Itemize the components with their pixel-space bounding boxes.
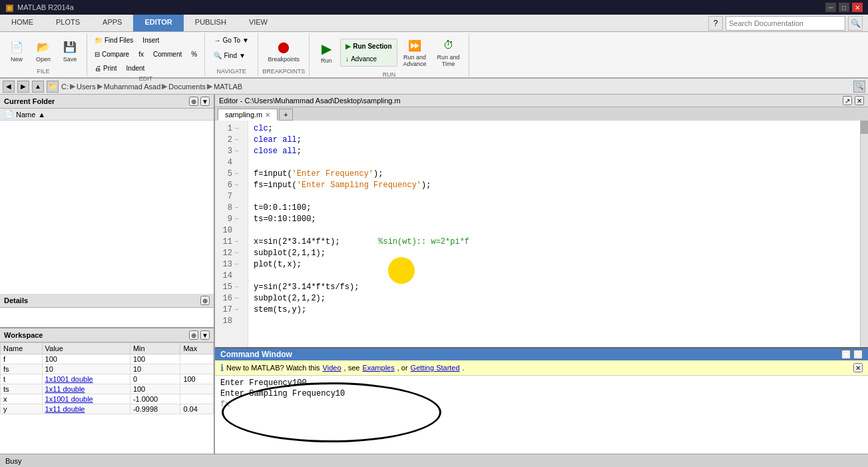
fx-button[interactable]: fx <box>135 49 147 60</box>
getting-started-link[interactable]: Getting Started <box>411 364 460 372</box>
ws-cell-name: f <box>1 354 43 364</box>
line-number: 3– <box>218 146 245 157</box>
examples-link[interactable]: Examples <box>362 364 394 372</box>
code-content[interactable]: clc;clear all;close all;f=input('Enter F… <box>248 121 860 347</box>
details-expand[interactable]: ⊕ <box>200 296 210 305</box>
tab-home[interactable]: HOME <box>0 15 45 31</box>
browse-button[interactable]: 📁 <box>47 81 59 93</box>
tab-close-icon[interactable]: ✕ <box>265 111 270 119</box>
goto-button[interactable]: → Go To ▼ <box>210 35 252 46</box>
indent-button[interactable]: Indent <box>123 63 148 74</box>
workspace-settings[interactable]: ▼ <box>200 330 210 340</box>
ws-cell-min: 10 <box>130 364 180 374</box>
ws-cell-value: 100 <box>42 354 130 364</box>
path-users: Users <box>77 83 96 91</box>
command-body[interactable]: Enter Frequency100 Enter Sampling Freque… <box>215 376 868 454</box>
editor-close[interactable]: ✕ <box>855 96 864 105</box>
search-button[interactable]: 🔍 <box>848 16 863 31</box>
name-col-label[interactable]: Name <box>16 111 35 119</box>
editor-undock[interactable]: ↗ <box>843 96 852 105</box>
file-group-label: FILE <box>4 67 83 75</box>
yellow-circle-annotation <box>388 257 415 284</box>
advance-button[interactable]: ↓ Advance <box>342 53 395 65</box>
video-link[interactable]: Video <box>323 364 341 372</box>
find-button[interactable]: 🔍 Find ▼ <box>210 50 248 61</box>
search-input[interactable] <box>726 16 845 31</box>
up-button[interactable]: ▲ <box>32 81 44 93</box>
line-number: 4 <box>218 157 245 169</box>
run-section-label: Run Section <box>353 43 391 50</box>
folder-panel-expand[interactable]: ⊕ <box>189 97 198 106</box>
ws-cell-min: 100 <box>130 354 180 364</box>
run-section-icon: ▶ <box>345 43 351 50</box>
address-search-button[interactable]: 🔍 <box>853 81 865 93</box>
help-icon[interactable]: ? <box>708 16 723 31</box>
ws-cell-value[interactable]: 1x11 double <box>42 404 130 414</box>
editor-tab-sampling[interactable]: sampling.m ✕ <box>218 109 278 121</box>
line-number: 1– <box>218 123 245 135</box>
title-bar-controls: ─ □ ✕ <box>825 3 863 12</box>
ribbon-group-file: 📄 New 📂 Open 💾 Save FILE <box>0 33 87 76</box>
ws-col-value[interactable]: Value <box>42 343 130 354</box>
breakpoints-button[interactable]: ⬤ Breakpoints <box>263 37 304 65</box>
print-label: Print <box>103 65 117 72</box>
forward-button[interactable]: ▶ <box>17 81 29 93</box>
run-advance-icon: ⏩ <box>407 37 423 53</box>
code-line: ts=0:10:1000; <box>254 214 855 225</box>
save-button[interactable]: 💾 Save <box>57 37 83 65</box>
line-number: 11– <box>218 236 245 248</box>
ws-cell-name: y <box>1 404 43 414</box>
ws-cell-value[interactable]: 1x1001 double <box>42 394 130 404</box>
code-line <box>254 157 855 169</box>
close-button[interactable]: ✕ <box>852 3 863 12</box>
tab-publish[interactable]: PUBLISH <box>184 15 238 31</box>
app-title: MATLAB R2014a <box>17 3 74 11</box>
line-number: 18 <box>218 316 245 327</box>
open-button[interactable]: 📂 Open <box>31 37 56 65</box>
tab-apps[interactable]: APPS <box>91 15 133 31</box>
compare-button[interactable]: ⊟ Compare <box>91 49 132 60</box>
folder-panel-settings[interactable]: ▼ <box>200 97 210 106</box>
folder-panel <box>0 121 214 294</box>
percent-button[interactable]: % <box>188 49 200 60</box>
run-icon: ▶ <box>318 41 334 57</box>
minimize-button[interactable]: ─ <box>825 3 836 12</box>
comment-button[interactable]: Comment <box>150 49 185 60</box>
cmd-close[interactable]: ✕ <box>853 350 863 359</box>
tab-plots[interactable]: PLOTS <box>45 15 91 31</box>
info-close[interactable]: ✕ <box>853 363 863 372</box>
line-number: 16– <box>218 293 245 304</box>
run-and-advance-button[interactable]: ⏩ Run andAdvance <box>399 35 431 70</box>
new-tab-button[interactable]: + <box>279 109 292 121</box>
cmd-expand[interactable]: ⊕ <box>841 350 851 359</box>
see-text: , see <box>344 364 360 372</box>
line-number: 8– <box>218 203 245 214</box>
workspace-expand[interactable]: ⊕ <box>189 330 198 340</box>
open-icon: 📂 <box>35 39 51 55</box>
line-number: 10 <box>218 225 245 236</box>
ws-col-max[interactable]: Max <box>180 343 214 354</box>
tab-view[interactable]: VIEW <box>238 15 279 31</box>
find-files-button[interactable]: 📁 Find Files <box>91 35 136 46</box>
line-number: 15– <box>218 282 245 293</box>
prompt-icon: fx <box>220 400 230 409</box>
command-window: Command Window ⊕ ✕ ℹ New to MATLAB? Watc… <box>215 347 868 454</box>
line-number: 7 <box>218 191 245 203</box>
maximize-button[interactable]: □ <box>839 3 849 12</box>
ws-cell-value[interactable]: 1x1001 double <box>42 374 130 384</box>
print-button[interactable]: 🖨 Print <box>91 63 120 74</box>
ws-cell-value[interactable]: 1x11 double <box>42 384 130 394</box>
tab-editor[interactable]: EDITOR <box>133 15 183 31</box>
back-button[interactable]: ◀ <box>3 81 15 93</box>
insert-button[interactable]: Insert <box>139 35 162 46</box>
ws-col-min[interactable]: Min <box>130 343 180 354</box>
name-col-icon: 📄 <box>4 110 13 119</box>
run-button[interactable]: ▶ Run <box>314 38 339 67</box>
ws-col-name[interactable]: Name <box>1 343 43 354</box>
advance-icon: ↓ <box>345 55 349 63</box>
editor-header: Editor - C:\Users\Muhammad Asad\Desktop\… <box>215 95 868 107</box>
run-section-button[interactable]: ▶ Run Section <box>342 41 395 52</box>
new-button[interactable]: 📄 New <box>4 37 29 65</box>
run-and-time-button[interactable]: ⏱ Run andTime <box>433 35 465 70</box>
vertical-scrollbar[interactable] <box>860 121 868 347</box>
